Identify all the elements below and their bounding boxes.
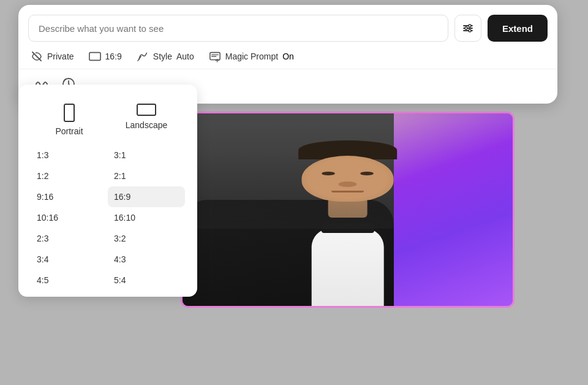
- svg-rect-6: [89, 53, 100, 61]
- landscape-label: Landscape: [126, 120, 168, 130]
- ratio-row-6: 3:4 4:3: [18, 249, 197, 270]
- svg-point-5: [469, 29, 471, 32]
- svg-point-3: [469, 25, 471, 27]
- ratio-3-1[interactable]: 3:1: [108, 145, 185, 166]
- landscape-shape-icon: [136, 103, 157, 116]
- svg-point-4: [465, 27, 467, 29]
- mouth: [331, 191, 364, 193]
- ratio-row-5: 2:3 3:2: [18, 228, 197, 249]
- magic-prompt-value: On: [282, 51, 294, 61]
- ratio-16-10[interactable]: 16:10: [108, 207, 185, 228]
- filter-icon: [462, 22, 474, 34]
- private-label: Private: [47, 51, 74, 61]
- top-bar: Extend: [28, 15, 548, 42]
- landscape-header: Landscape: [108, 97, 185, 145]
- extend-button[interactable]: Extend: [488, 15, 548, 42]
- magic-prompt-label: Magic Prompt: [225, 51, 278, 61]
- ratio-row-1: 1:3 3:1: [18, 145, 197, 166]
- magic-prompt-toggle[interactable]: Magic Prompt On: [209, 50, 294, 63]
- ratio-row-2: 1:2 2:1: [18, 166, 197, 186]
- style-label: Style: [153, 51, 172, 61]
- aspect-ratio-label: 16:9: [105, 51, 122, 61]
- ratio-10-16[interactable]: 10:16: [31, 207, 108, 228]
- ratio-row-7: 4:5 5:4: [18, 270, 197, 291]
- style-value: Auto: [176, 51, 194, 61]
- right-eye: [361, 172, 374, 175]
- ratio-row-4: 10:16 16:10: [18, 207, 197, 228]
- ratio-4-5[interactable]: 4:5: [31, 270, 108, 291]
- svg-rect-14: [137, 104, 156, 115]
- aspect-ratio-icon: [89, 50, 101, 63]
- left-eye: [322, 172, 334, 175]
- svg-rect-13: [64, 104, 74, 121]
- ratio-3-4[interactable]: 3:4: [31, 249, 108, 270]
- face: [301, 156, 394, 202]
- aspect-ratio-header-row: Portrait Landscape: [18, 97, 197, 145]
- style-icon: [137, 50, 149, 63]
- aspect-ratio-dropdown: Portrait Landscape 1:3 3:1 1:2 2:1 9:16 …: [18, 85, 197, 297]
- ratio-2-3[interactable]: 2:3: [31, 228, 108, 249]
- private-toggle[interactable]: Private: [31, 50, 74, 63]
- ratio-16-9[interactable]: 16:9: [108, 186, 185, 207]
- private-icon: [31, 50, 43, 63]
- ratio-1-2[interactable]: 1:2: [31, 166, 108, 186]
- image-preview: [181, 112, 514, 308]
- shirt: [311, 229, 384, 306]
- toolbar-row: Private 16:9 Style Auto: [28, 50, 548, 63]
- ratio-1-3[interactable]: 1:3: [31, 145, 108, 166]
- aspect-ratio-toggle[interactable]: 16:9: [89, 50, 122, 63]
- portrait-label: Portrait: [55, 126, 83, 136]
- style-toggle[interactable]: Style Auto: [137, 50, 194, 63]
- ratio-row-3: 9:16 16:9: [18, 186, 197, 207]
- search-input[interactable]: [28, 15, 448, 42]
- portrait-shape-icon: [63, 103, 75, 123]
- ratio-4-3[interactable]: 4:3: [108, 249, 185, 270]
- ratio-3-2[interactable]: 3:2: [108, 228, 185, 249]
- purple-bg: [394, 113, 513, 306]
- magic-prompt-icon: [209, 50, 221, 63]
- ratio-9-16[interactable]: 9:16: [31, 186, 108, 207]
- portrait-header: Portrait: [31, 97, 108, 145]
- ratio-2-1[interactable]: 2:1: [108, 166, 185, 186]
- filter-button[interactable]: [454, 15, 481, 42]
- ratio-5-4[interactable]: 5:4: [108, 270, 185, 291]
- nose: [338, 181, 356, 187]
